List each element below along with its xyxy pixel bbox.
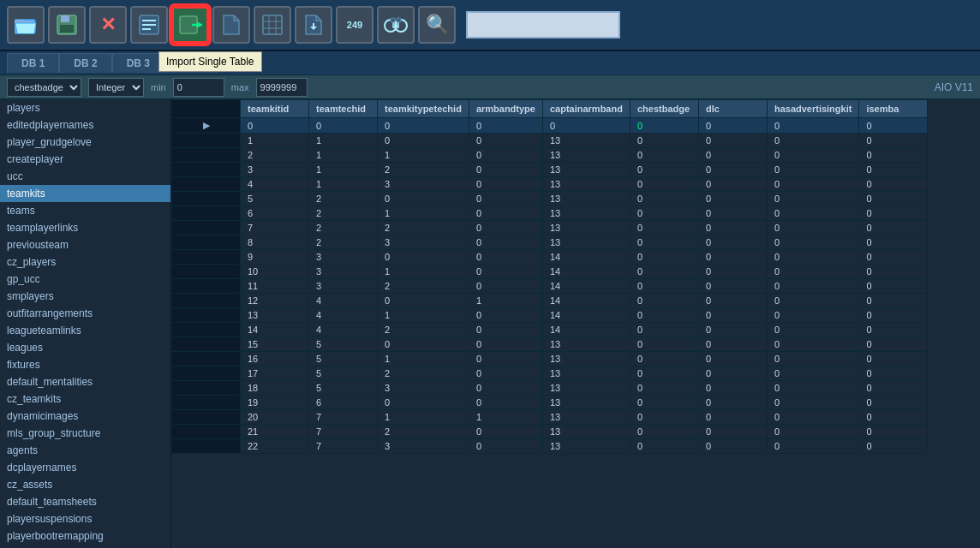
close-btn[interactable]: ✕: [89, 6, 127, 44]
sidebar-item-cz_assets[interactable]: cz_assets: [0, 476, 170, 493]
table-row[interactable]: 19600130000: [172, 396, 928, 410]
col-header-teamtechid[interactable]: teamtechid: [309, 100, 378, 118]
type-select[interactable]: Integer: [88, 78, 144, 97]
col-header-armbandtype[interactable]: armbandtype: [469, 100, 542, 118]
col-header-teamkitypetechid[interactable]: teamkitypetechid: [378, 100, 469, 118]
col-header-chestbadge[interactable]: chestbadge: [630, 100, 698, 118]
table-cell: 0: [698, 396, 767, 410]
table-row[interactable]: 18530130000: [172, 381, 928, 396]
col-header-teamkitid[interactable]: teamkitid: [241, 100, 309, 118]
table-cell: 13: [542, 235, 630, 250]
table-cell: 3: [309, 250, 378, 265]
table-cell: 21: [241, 425, 309, 439]
sidebar-item-editedplayernames[interactable]: editedplayernames: [0, 116, 170, 134]
sidebar-item-agents[interactable]: agents: [0, 442, 170, 459]
min-input[interactable]: [173, 78, 224, 97]
import-btn[interactable]: [171, 6, 209, 44]
open-folder-btn[interactable]: [7, 6, 45, 44]
tab-db3[interactable]: DB 3: [112, 53, 164, 73]
table-row[interactable]: 22730130000: [172, 439, 928, 454]
table-row[interactable]: 5200130000: [172, 192, 928, 206]
sidebar-item-previousteam[interactable]: previousteam: [0, 236, 170, 253]
table-area[interactable]: teamkitidteamtechidteamkitypetechidarmba…: [171, 99, 980, 548]
table-cell: 4: [309, 323, 378, 337]
sidebar-item-smplayers[interactable]: smplayers: [0, 288, 170, 305]
table-row[interactable]: 1100130000: [172, 134, 928, 148]
numbers-btn[interactable]: 249: [336, 6, 373, 44]
sidebar-item-createplayer[interactable]: createplayer: [0, 151, 170, 168]
table-row[interactable]: ▶000000000: [172, 118, 928, 134]
col-header-hasadvertisingkit[interactable]: hasadvertisingkit: [767, 100, 858, 118]
sidebar-item-leagues[interactable]: leagues: [0, 339, 170, 356]
sidebar-item-cz_players[interactable]: cz_players: [0, 253, 170, 271]
search-input[interactable]: [466, 11, 620, 39]
svg-rect-23: [397, 18, 401, 22]
edit-btn[interactable]: [130, 6, 168, 44]
table-row[interactable]: 20711130000: [172, 410, 928, 425]
table-cell: 1: [378, 148, 469, 163]
sidebar-item-default_teamsheets[interactable]: default_teamsheets: [0, 493, 170, 510]
sidebar-item-outfitarrangements[interactable]: outfitarrangements: [0, 305, 170, 322]
table-cell: 13: [542, 381, 630, 396]
table-cell: 0: [469, 352, 542, 366]
table-cell: 0: [469, 206, 542, 221]
table-select[interactable]: chestbadge: [7, 78, 81, 97]
table-row[interactable]: 3120130000: [172, 163, 928, 177]
binoculars-btn[interactable]: [377, 6, 415, 44]
table-cell: 14: [542, 250, 630, 265]
table-row[interactable]: 7220130000: [172, 221, 928, 235]
table-row[interactable]: 10310140000: [172, 265, 928, 279]
search-btn[interactable]: 🔍: [418, 6, 456, 44]
file-btn[interactable]: [212, 6, 250, 44]
import-tooltip: Import Single Table: [158, 51, 262, 72]
table-row[interactable]: 15500130000: [172, 337, 928, 352]
table-row[interactable]: 4130130000: [172, 177, 928, 192]
col-header-isemba[interactable]: isemba: [859, 100, 928, 118]
table-cell: 0: [859, 366, 928, 381]
table-row[interactable]: 11320140000: [172, 279, 928, 294]
sidebar-item-cz_leagues[interactable]: cz_leagues: [0, 545, 170, 548]
table-cell: 0: [469, 381, 542, 396]
table-row[interactable]: 21720130000: [172, 425, 928, 439]
sidebar-item-dcplayernames[interactable]: dcplayernames: [0, 459, 170, 476]
table-cell: 19: [241, 396, 309, 410]
table-btn[interactable]: [254, 6, 291, 44]
sidebar-item-cz_teamkits[interactable]: cz_teamkits: [0, 390, 170, 408]
sidebar-item-player_grudgelove[interactable]: player_grudgelove: [0, 134, 170, 151]
table-row[interactable]: 6210130000: [172, 206, 928, 221]
sidebar-item-leagueteamlinks[interactable]: leagueteamlinks: [0, 322, 170, 339]
sidebar-item-default_mentalities[interactable]: default_mentalities: [0, 373, 170, 390]
sidebar-item-playersuspensions[interactable]: playersuspensions: [0, 510, 170, 527]
sidebar-item-playerbootremapping[interactable]: playerbootremapping: [0, 527, 170, 545]
table-cell: 0: [698, 381, 767, 396]
sidebar-item-gp_ucc[interactable]: gp_ucc: [0, 271, 170, 288]
col-header-dlc[interactable]: dlc: [698, 100, 767, 118]
sidebar-item-mls_group_structure[interactable]: mls_group_structure: [0, 425, 170, 442]
save-btn[interactable]: [48, 6, 86, 44]
col-header-captainarmband[interactable]: captainarmband: [542, 100, 630, 118]
table-row[interactable]: 12401140000: [172, 294, 928, 308]
sidebar-item-dynamicimages[interactable]: dynamicimages: [0, 408, 170, 425]
table-row[interactable]: 16510130000: [172, 352, 928, 366]
sidebar-item-players[interactable]: players: [0, 99, 170, 116]
tab-db2[interactable]: DB 2: [59, 53, 111, 73]
table-row[interactable]: 13410140000: [172, 308, 928, 323]
table-cell: 0: [630, 337, 698, 352]
table-row[interactable]: 17520130000: [172, 366, 928, 381]
tab-db1[interactable]: DB 1: [7, 53, 59, 73]
sidebar-item-teamplayerlinks[interactable]: teamplayerlinks: [0, 219, 170, 236]
table-row[interactable]: 9300140000: [172, 250, 928, 265]
sidebar-item-fixtures[interactable]: fixtures: [0, 356, 170, 373]
table-cell: 0: [469, 323, 542, 337]
sidebar-item-ucc[interactable]: ucc: [0, 168, 170, 185]
table-cell: 13: [542, 396, 630, 410]
max-input[interactable]: [256, 78, 308, 97]
table-cell: 0: [859, 308, 928, 323]
sidebar-item-teams[interactable]: teams: [0, 202, 170, 219]
table-row[interactable]: 8230130000: [172, 235, 928, 250]
sidebar-item-teamkits[interactable]: teamkits: [0, 185, 170, 202]
table-row[interactable]: 14420140000: [172, 323, 928, 337]
table-row[interactable]: 2110130000: [172, 148, 928, 163]
export-btn[interactable]: [295, 6, 332, 44]
table-cell: 0: [469, 279, 542, 294]
